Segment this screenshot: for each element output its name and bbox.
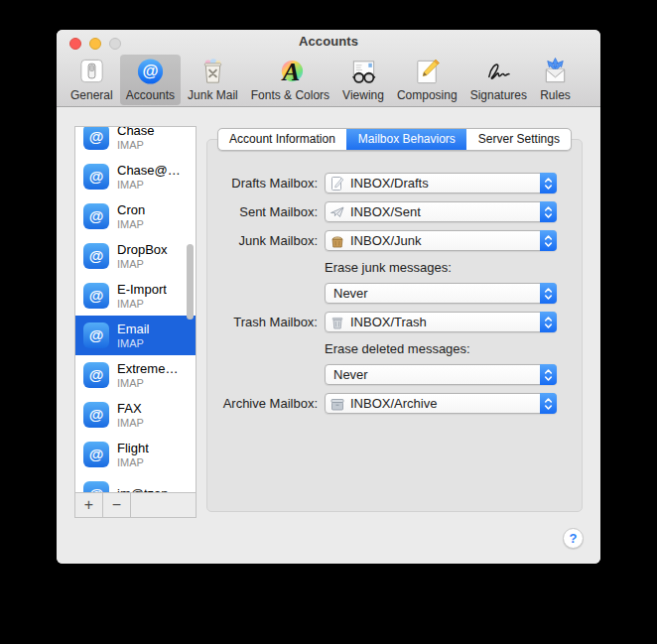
junk-mailbox-popup[interactable]: INBOX/Junk <box>325 230 557 251</box>
erase-deleted-popup[interactable]: Never <box>325 364 557 385</box>
toolbar-item-signatures[interactable]: Signatures <box>464 55 533 105</box>
account-name: Flight <box>117 441 149 456</box>
sidebar-item-chase[interactable]: @ Chase IMAP <box>75 127 196 157</box>
drafts-mailbox-popup[interactable]: INBOX/Drafts <box>325 173 557 193</box>
content-area: @ Chase IMAP @ Chase@… IMAP @ Cron IMAP … <box>57 107 600 564</box>
sidebar-item-e-import[interactable]: @ E-Import IMAP <box>75 276 196 316</box>
trash-mailbox-popup[interactable]: INBOX/Trash <box>325 312 557 332</box>
sidebar-item-jm-tzan[interactable]: @ jm@tzan… <box>75 474 196 493</box>
sidebar-item-flight[interactable]: @ Flight IMAP <box>75 435 196 474</box>
general-icon <box>76 57 107 87</box>
svg-text:@: @ <box>142 62 158 79</box>
account-list: @ Chase IMAP @ Chase@… IMAP @ Cron IMAP … <box>75 127 196 493</box>
account-type: IMAP <box>117 337 150 350</box>
drafts-mailbox-label: Drafts Mailbox: <box>207 173 318 193</box>
remove-account-button[interactable]: − <box>103 493 131 517</box>
form-row: Never <box>207 283 582 304</box>
account-type: IMAP <box>117 179 181 192</box>
account-type: IMAP <box>117 377 178 390</box>
form-row: Sent Mailbox: INBOX/Sent <box>207 201 582 222</box>
tab-control: Account Information Mailbox Behaviors Se… <box>217 128 572 151</box>
mailbox-behaviors-panel: Drafts Mailbox: INBOX/Drafts Sent Mailbo <box>206 139 583 512</box>
sidebar-item-chase[interactable]: @ Chase@… IMAP <box>75 157 196 196</box>
toolbar-label: Composing <box>397 88 458 102</box>
sent-mailbox-popup[interactable]: INBOX/Sent <box>325 201 557 222</box>
account-type: IMAP <box>117 258 168 271</box>
toolbar-item-general[interactable]: General <box>65 55 119 105</box>
help-button[interactable]: ? <box>563 528 584 549</box>
fonts-colors-icon: A <box>275 57 306 87</box>
form-row: Trash Mailbox: INBOX/Trash <box>207 312 582 332</box>
accounts-icon: @ <box>135 57 166 87</box>
account-type: IMAP <box>117 417 144 430</box>
toolbar-label: General <box>70 88 113 102</box>
toolbar-item-fonts-colors[interactable]: A Fonts & Colors <box>245 55 335 105</box>
account-name: Cron <box>117 202 145 218</box>
sidebar-scrollbar[interactable] <box>187 244 194 320</box>
sidebar-item-cron[interactable]: @ Cron IMAP <box>75 196 196 236</box>
account-at-icon: @ <box>83 164 109 190</box>
rules-icon <box>540 57 571 87</box>
popup-value: INBOX/Drafts <box>350 176 429 191</box>
toolbar-label: Viewing <box>342 88 384 102</box>
popup-value: Never <box>333 367 368 382</box>
trash-mailbox-label: Trash Mailbox: <box>207 312 318 332</box>
popup-value: INBOX/Archive <box>350 396 437 411</box>
form-row: Drafts Mailbox: INBOX/Drafts <box>207 173 582 193</box>
account-type: IMAP <box>117 139 155 152</box>
empty-label <box>207 364 318 385</box>
popup-stepper-icon <box>540 312 557 332</box>
trash-icon <box>329 315 345 330</box>
account-at-icon: @ <box>83 283 109 309</box>
account-at-icon: @ <box>83 322 109 348</box>
toolbar-item-composing[interactable]: Composing <box>391 55 463 105</box>
toolbar-label: Rules <box>540 88 571 102</box>
erase-junk-heading: Erase junk messages: <box>325 259 582 276</box>
popup-stepper-icon <box>540 364 557 385</box>
tab-account-information[interactable]: Account Information <box>218 129 346 150</box>
popup-stepper-icon <box>540 173 557 193</box>
account-at-icon: @ <box>83 243 109 269</box>
footer-spacer <box>131 493 196 517</box>
viewing-icon <box>348 57 379 87</box>
form-row: Archive Mailbox: INBOX/Archive <box>207 393 582 414</box>
account-name: Email <box>117 322 150 337</box>
account-name: E-Import <box>117 282 167 298</box>
tab-server-settings[interactable]: Server Settings <box>466 129 571 150</box>
erase-junk-popup[interactable]: Never <box>325 283 557 304</box>
svg-text:A: A <box>281 58 300 86</box>
toolbar-item-junk-mail[interactable]: Junk Mail <box>182 55 244 105</box>
account-at-icon: @ <box>83 442 109 467</box>
toolbar-label: Accounts <box>126 88 175 102</box>
tab-mailbox-behaviors[interactable]: Mailbox Behaviors <box>346 129 466 150</box>
sent-icon <box>329 204 345 220</box>
sidebar-item-fax[interactable]: @ FAX IMAP <box>75 395 196 435</box>
sidebar-item-extreme[interactable]: @ Extreme… IMAP <box>75 355 196 395</box>
window-chrome: Accounts General @ Accounts <box>57 30 600 107</box>
toolbar-item-rules[interactable]: Rules <box>534 55 577 105</box>
tab-bar: Account Information Mailbox Behaviors Se… <box>206 128 583 151</box>
archive-icon <box>329 396 345 412</box>
sent-mailbox-label: Sent Mailbox: <box>207 201 318 222</box>
account-name: DropBox <box>117 242 168 258</box>
sidebar-item-email[interactable]: @ Email IMAP <box>75 316 196 355</box>
account-name: Extreme… <box>117 361 178 377</box>
account-name: FAX <box>117 401 144 417</box>
toolbar-label: Junk Mail <box>188 88 238 102</box>
popup-stepper-icon <box>540 283 557 304</box>
sidebar-item-dropbox[interactable]: @ DropBox IMAP <box>75 236 196 276</box>
empty-label <box>207 283 318 304</box>
popup-stepper-icon <box>540 230 557 251</box>
account-list-footer: + − <box>75 492 196 517</box>
add-account-button[interactable]: + <box>75 493 103 517</box>
account-name: Chase@… <box>117 163 181 179</box>
popup-value: INBOX/Sent <box>350 204 421 219</box>
archive-mailbox-popup[interactable]: INBOX/Archive <box>325 393 557 414</box>
popup-value: INBOX/Trash <box>350 315 427 329</box>
toolbar-item-viewing[interactable]: Viewing <box>336 55 390 105</box>
popup-value: Never <box>333 286 368 301</box>
account-type: IMAP <box>117 298 167 311</box>
accounts-window: Accounts General @ Accounts <box>57 30 600 564</box>
toolbar-item-accounts[interactable]: @ Accounts <box>120 55 181 105</box>
form-row: Never <box>207 364 582 385</box>
